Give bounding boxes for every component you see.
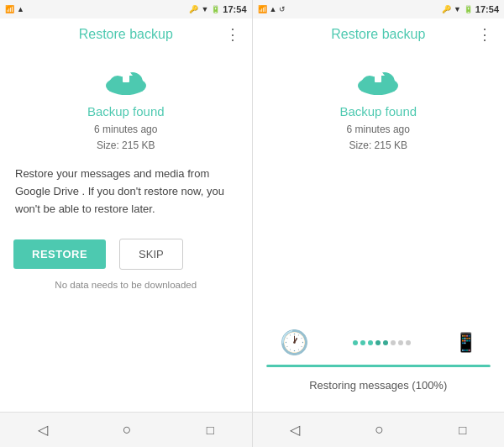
right-progress-area: 🕐 📱 Restoring — [266, 166, 491, 412]
left-more-icon[interactable]: ⋮ — [225, 27, 240, 42]
left-backup-time: 6 minutes ago — [13, 122, 239, 138]
right-restoring-text: Restoring messages (100%) — [266, 379, 491, 392]
svg-marker-9 — [371, 67, 385, 76]
time-right: 17:54 — [475, 4, 499, 14]
battery-icon-right: 🔋 — [464, 5, 473, 13]
dot-5 — [383, 340, 388, 345]
right-backup-size: Size: 215 KB — [266, 138, 491, 154]
right-cloud-upload-icon — [354, 62, 402, 97]
left-restore-description: Restore your messages and media from Goo… — [13, 166, 239, 218]
battery-icon-left: 🔋 — [211, 5, 220, 13]
status-icons-left-group: 📶 ▲ — [5, 5, 24, 13]
skip-button[interactable]: SKIP — [119, 239, 183, 270]
left-buttons-row: RESTORE SKIP — [13, 239, 239, 270]
right-backup-time: 6 minutes ago — [266, 122, 491, 138]
right-home-button[interactable]: ○ — [361, 414, 397, 445]
dot-6 — [391, 340, 396, 345]
left-backup-found: Backup found — [13, 104, 239, 118]
wifi-icon-left: ▲ — [17, 5, 24, 13]
right-progress-bar-container — [266, 365, 491, 367]
signal-icon-right: ▼ — [454, 5, 461, 13]
history-restore-icon: 🕐 — [280, 329, 309, 356]
left-backup-meta: 6 minutes ago Size: 215 KB — [13, 122, 239, 154]
left-nav-bar: ◁ ○ □ — [0, 413, 253, 447]
status-icons-right-group: 📶 ▲ ↺ — [258, 5, 286, 13]
dot-7 — [398, 340, 403, 345]
right-app-bar: Restore backup ⋮ — [253, 18, 505, 49]
right-cloud-container — [266, 62, 491, 97]
right-title: Restore backup — [280, 27, 478, 42]
right-recent-button[interactable]: □ — [445, 416, 480, 444]
svg-marker-4 — [119, 67, 133, 76]
phone-device-icon: 📱 — [454, 332, 477, 354]
dot-4 — [375, 340, 381, 345]
left-back-button[interactable]: ◁ — [24, 415, 61, 444]
right-nav-bar: ◁ ○ □ — [253, 413, 505, 447]
progress-dots — [312, 340, 452, 345]
right-progress-bar-fill — [266, 365, 491, 367]
location-icon-right: ▲ — [270, 5, 277, 13]
left-app-bar: Restore backup ⋮ — [0, 18, 252, 49]
restore-button[interactable]: RESTORE — [13, 239, 106, 269]
status-right-group-right: 🔑 ▼ 🔋 17:54 — [442, 4, 499, 14]
right-panel: Restore backup ⋮ Backup found 6 minutes … — [253, 18, 505, 412]
left-backup-size: Size: 215 KB — [13, 138, 239, 154]
dot-8 — [406, 340, 411, 345]
right-content: Backup found 6 minutes ago Size: 215 KB … — [253, 49, 505, 412]
phone-icon-right: 📶 — [258, 5, 267, 13]
main-panels: Restore backup ⋮ Backup found 6 minutes … — [0, 18, 504, 412]
dual-nav-bar: ◁ ○ □ ◁ ○ □ — [0, 412, 504, 447]
dot-3 — [368, 340, 373, 345]
sync-icon-right: ↺ — [279, 5, 286, 13]
right-more-icon[interactable]: ⋮ — [477, 27, 492, 42]
lock-icon-right: 🔑 — [442, 5, 451, 13]
left-no-download: No data needs to be downloaded — [13, 280, 239, 290]
signal-icon-left: ▼ — [201, 5, 208, 13]
left-panel: Restore backup ⋮ Backup found 6 minutes … — [0, 18, 253, 412]
left-cloud-container — [13, 62, 239, 97]
dot-1 — [353, 340, 358, 345]
lock-icon-left: 🔑 — [189, 5, 198, 13]
status-bar-left: 📶 ▲ 🔑 ▼ 🔋 17:54 — [0, 0, 253, 18]
status-right-group-left: 🔑 ▼ 🔋 17:54 — [189, 4, 246, 14]
right-progress-animation: 🕐 📱 — [266, 329, 491, 356]
status-bar-right: 📶 ▲ ↺ 🔑 ▼ 🔋 17:54 — [253, 0, 505, 18]
time-left: 17:54 — [223, 4, 246, 14]
right-backup-meta: 6 minutes ago Size: 215 KB — [266, 122, 491, 154]
dual-status-bar: 📶 ▲ 🔑 ▼ 🔋 17:54 📶 ▲ ↺ 🔑 ▼ 🔋 17:54 — [0, 0, 504, 18]
dot-2 — [360, 340, 365, 345]
left-home-button[interactable]: ○ — [109, 414, 145, 445]
right-back-button[interactable]: ◁ — [276, 415, 313, 444]
left-title: Restore backup — [27, 27, 225, 42]
right-backup-found: Backup found — [266, 104, 491, 118]
left-content: Backup found 6 minutes ago Size: 215 KB … — [0, 49, 252, 412]
phone-icon-left: 📶 — [5, 5, 14, 13]
left-recent-button[interactable]: □ — [193, 416, 228, 444]
left-cloud-upload-icon — [102, 62, 150, 97]
